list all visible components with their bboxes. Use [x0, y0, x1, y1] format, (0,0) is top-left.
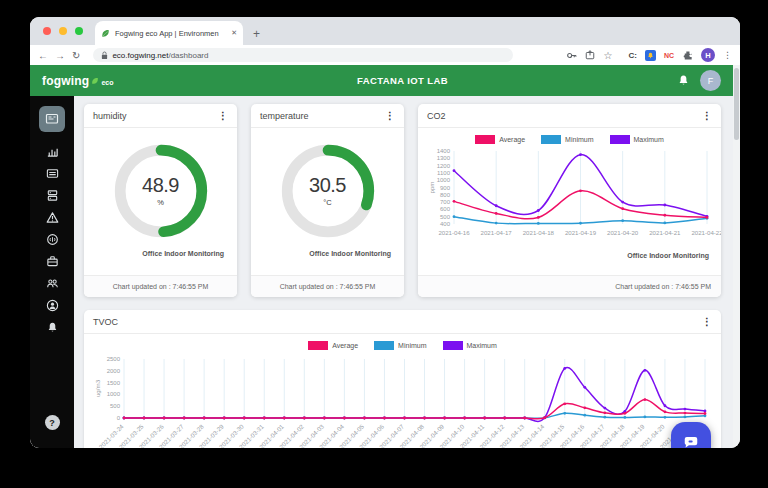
- list-card-icon: [46, 167, 59, 180]
- tab-close-icon[interactable]: ✕: [231, 29, 237, 37]
- lock-icon: [101, 51, 108, 60]
- svg-text:400: 400: [440, 221, 451, 227]
- legend-item-minimum[interactable]: Minimum: [541, 135, 593, 144]
- sidebar-item-alerts[interactable]: [39, 210, 65, 225]
- chat-fab-button[interactable]: [671, 422, 711, 448]
- sidebar-item-notifications[interactable]: [39, 320, 65, 335]
- sidebar-item-toolkit[interactable]: [39, 254, 65, 269]
- notifier-extension-icon[interactable]: [645, 50, 656, 61]
- humidity-source-label: Office Indoor Monitoring: [84, 250, 237, 257]
- sidebar-item-account[interactable]: [39, 298, 65, 313]
- svg-text:800: 800: [440, 192, 451, 198]
- sidebar-item-team[interactable]: [39, 276, 65, 291]
- notifications-bell-icon[interactable]: [677, 74, 690, 87]
- page-title: FACTANA IOT LAB: [357, 75, 448, 86]
- legend-item-average[interactable]: Average: [308, 341, 358, 350]
- humidity-card-footer: Chart updated on : 7:46:55 PM: [84, 275, 237, 297]
- legend-swatch: [443, 341, 463, 350]
- url-text: eco.fogwing.net/dashboard: [112, 51, 208, 60]
- svg-text:2021-04-22: 2021-04-22: [691, 229, 721, 236]
- tvoc-card-title: TVOC: [93, 317, 118, 327]
- password-key-icon[interactable]: [566, 50, 577, 61]
- svg-text:2021-04-17: 2021-04-17: [481, 229, 513, 236]
- svg-text:1000: 1000: [107, 391, 121, 397]
- legend-item-maximum[interactable]: Maximum: [443, 341, 497, 350]
- temperature-gauge: 30.5 °C: [277, 140, 379, 242]
- new-tab-button[interactable]: +: [253, 27, 260, 41]
- logo-leaf-icon: [91, 77, 99, 85]
- sidebar-item-sensors[interactable]: [39, 232, 65, 247]
- co2-menu-icon[interactable]: ⋮: [702, 110, 712, 121]
- browser-toolbar: ← → ↻ eco.fogwing.net/dashboard: [30, 45, 740, 65]
- svg-text:500: 500: [440, 214, 451, 220]
- browser-window: Fogwing eco App | Environmen ✕ + ← → ↻ e…: [30, 17, 740, 448]
- temperature-menu-icon[interactable]: ⋮: [385, 110, 395, 121]
- chat-bubble-icon: [681, 432, 701, 448]
- broadcast-icon: [46, 233, 59, 246]
- svg-text:1400: 1400: [437, 148, 451, 154]
- address-bar[interactable]: eco.fogwing.net/dashboard: [93, 48, 513, 62]
- sidebar-item-cards[interactable]: [39, 166, 65, 181]
- svg-text:2500: 2500: [107, 356, 121, 362]
- url-host: eco.fogwing.net: [112, 51, 168, 60]
- forward-icon[interactable]: →: [55, 50, 65, 61]
- legend-item-average[interactable]: Average: [475, 135, 525, 144]
- server-icon: [46, 189, 59, 202]
- browser-tab-bar: Fogwing eco App | Environmen ✕ +: [30, 17, 740, 45]
- back-icon[interactable]: ←: [38, 50, 48, 61]
- minimize-window-button[interactable]: [59, 27, 67, 35]
- legend-swatch: [541, 135, 561, 144]
- legend-item-maximum[interactable]: Maximum: [610, 135, 664, 144]
- humidity-gauge: 48.9 %: [110, 140, 212, 242]
- temperature-value: 30.5: [277, 174, 379, 197]
- humidity-unit: %: [110, 198, 212, 207]
- page-scrollbar[interactable]: [733, 65, 740, 448]
- clock-extension-icon[interactable]: C:: [628, 51, 636, 60]
- svg-text:2021-04-19: 2021-04-19: [565, 229, 597, 236]
- humidity-menu-icon[interactable]: ⋮: [218, 110, 228, 121]
- svg-text:0: 0: [117, 415, 121, 421]
- svg-text:2021-04-21: 2021-04-21: [649, 229, 681, 236]
- legend-swatch: [308, 341, 328, 350]
- logo-text: fogwing: [42, 74, 89, 88]
- tvoc-menu-icon[interactable]: ⋮: [702, 316, 712, 327]
- bookmark-star-icon[interactable]: ☆: [603, 50, 612, 61]
- scrollbar-thumb[interactable]: [734, 68, 739, 140]
- extensions-puzzle-icon[interactable]: [682, 50, 693, 61]
- svg-text:2021-04-20: 2021-04-20: [607, 229, 639, 236]
- humidity-card-title: humidity: [93, 111, 127, 121]
- svg-text:1200: 1200: [437, 163, 451, 169]
- legend-swatch: [374, 341, 394, 350]
- desktop-background: Fogwing eco App | Environmen ✕ + ← → ↻ e…: [0, 0, 768, 488]
- svg-text:2021-04-16: 2021-04-16: [438, 229, 470, 236]
- help-button[interactable]: ?: [45, 415, 60, 430]
- browser-profile-avatar[interactable]: H: [701, 48, 715, 62]
- svg-text:500: 500: [110, 403, 121, 409]
- close-window-button[interactable]: [43, 27, 51, 35]
- svg-text:2021-04-18: 2021-04-18: [523, 229, 555, 236]
- co2-card-footer: Chart updated on : 7:46:55 PM: [418, 275, 721, 297]
- reload-icon[interactable]: ↻: [72, 50, 80, 61]
- share-icon[interactable]: [585, 50, 595, 60]
- sidebar-item-devices[interactable]: [39, 188, 65, 203]
- team-icon: [46, 277, 59, 290]
- svg-text:1000: 1000: [437, 177, 451, 183]
- svg-text:600: 600: [440, 206, 451, 212]
- sidebar-item-analytics[interactable]: [39, 144, 65, 159]
- browser-menu-icon[interactable]: ⋮: [723, 50, 732, 60]
- nc-extension-icon[interactable]: NC: [664, 52, 674, 59]
- maximize-window-button[interactable]: [75, 27, 83, 35]
- browser-tab[interactable]: Fogwing eco App | Environmen ✕: [95, 21, 243, 45]
- window-controls: [30, 17, 95, 45]
- briefcase-icon: [46, 255, 59, 268]
- tvoc-chart: 05001000150020002500ug/m32021-03-242021-…: [92, 356, 713, 448]
- temperature-source-label: Office Indoor Monitoring: [251, 250, 404, 257]
- fogwing-logo[interactable]: fogwing eco: [42, 74, 113, 88]
- tvoc-legend: AverageMinimumMaximum: [92, 338, 713, 352]
- legend-item-minimum[interactable]: Minimum: [374, 341, 426, 350]
- user-avatar[interactable]: F: [700, 70, 721, 91]
- tvoc-card: TVOC ⋮ AverageMinimumMaximum 05001000150…: [84, 310, 721, 448]
- legend-swatch: [610, 135, 630, 144]
- svg-text:ug/m3: ug/m3: [94, 379, 101, 397]
- sidebar-item-dashboard[interactable]: [39, 106, 65, 132]
